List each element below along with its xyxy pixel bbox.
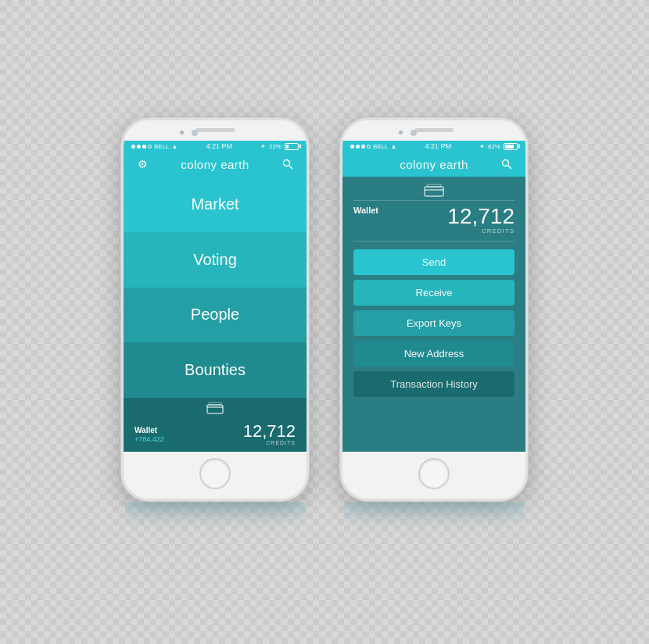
phone2-history-label: Transaction History bbox=[390, 378, 478, 390]
phone1-app-header: ⚙ colony earth bbox=[124, 152, 307, 177]
phone1-wrapper: BELL ▲ 4:21 PM ✦ 22% ⚙ colony earth bbox=[121, 118, 309, 526]
p2-signal-dot4 bbox=[367, 145, 371, 148]
phone2-new-address-label: New Address bbox=[404, 348, 464, 360]
phone2-status-left: BELL ▲ bbox=[350, 143, 397, 150]
phone1-carrier: BELL bbox=[154, 143, 170, 150]
phone2-time: 4:21 PM bbox=[425, 142, 451, 150]
phone1-camera bbox=[192, 130, 198, 136]
p2-signal-dot1 bbox=[350, 145, 354, 148]
phone2-bottom-bezel bbox=[342, 452, 525, 499]
phone2-wallet-info-row: Wallet 12,712 CREDITS bbox=[342, 201, 525, 241]
phone1-wallet-label: Wallet bbox=[134, 426, 164, 435]
phone1-search-icon[interactable] bbox=[280, 156, 296, 172]
p2-signal-dot2 bbox=[356, 145, 360, 148]
phone2-wifi-icon: ▲ bbox=[391, 143, 397, 150]
phone2-export-button[interactable]: Export Keys bbox=[353, 310, 515, 336]
phone1-signal bbox=[131, 145, 152, 148]
phone2-top-bezel bbox=[342, 120, 525, 141]
phone1-battery-fill bbox=[286, 145, 289, 148]
phone1-app-content: BELL ▲ 4:21 PM ✦ 22% ⚙ colony earth bbox=[124, 141, 307, 452]
phone1-speaker bbox=[195, 128, 235, 132]
phone1-bottom-bezel bbox=[124, 452, 307, 499]
phone1-status-right: ✦ 22% bbox=[260, 143, 299, 150]
phone2-battery bbox=[504, 143, 518, 150]
phone1-wallet-icon-center bbox=[124, 398, 307, 417]
phone2-search-icon[interactable] bbox=[499, 156, 515, 172]
phone1-battery-pct: 22% bbox=[269, 143, 281, 150]
phone2-wallet-amount: 12,712 bbox=[447, 206, 515, 227]
phone1-wallet-icon bbox=[206, 402, 224, 414]
phone1-wallet-amount: 12,712 bbox=[243, 423, 296, 440]
phone1-time: 4:21 PM bbox=[206, 142, 232, 150]
phone1-menu-voting[interactable]: Voting bbox=[124, 232, 307, 288]
phone1-people-label: People bbox=[191, 306, 239, 324]
phone2-signal bbox=[350, 145, 371, 148]
phone2-send-label: Send bbox=[422, 256, 446, 268]
phone2-bt-icon: ✦ bbox=[479, 143, 485, 150]
svg-line-5 bbox=[508, 166, 511, 169]
phone1-reflection bbox=[125, 503, 305, 526]
phone1-wallet-amount-area: 12,712 CREDITS bbox=[243, 423, 296, 445]
phone2-export-label: Export Keys bbox=[407, 317, 461, 329]
phone1-wallet-change: +784.422 bbox=[134, 435, 164, 443]
svg-rect-7 bbox=[427, 184, 441, 187]
phone2-receive-button[interactable]: Receive bbox=[353, 280, 515, 306]
phone1-menu-market[interactable]: Market bbox=[124, 177, 307, 232]
phone1-bounties-label: Bounties bbox=[185, 361, 246, 379]
phone2-app-content: BELL ▲ 4:21 PM ✦ 82% colony earth bbox=[342, 141, 525, 452]
phone1-home-button[interactable] bbox=[199, 458, 231, 489]
svg-rect-3 bbox=[209, 402, 221, 405]
phone2-title: colony earth bbox=[400, 158, 468, 171]
phone1-wallet-credits: CREDITS bbox=[243, 440, 296, 445]
signal-dot4 bbox=[148, 145, 152, 148]
svg-line-1 bbox=[289, 166, 292, 169]
phone2-status-right: ✦ 82% bbox=[479, 143, 518, 150]
phone1-status-left: BELL ▲ bbox=[131, 143, 178, 150]
phone2-wallet-amount-area: 12,712 CREDITS bbox=[447, 206, 515, 234]
phone1-gear-icon[interactable]: ⚙ bbox=[134, 156, 150, 172]
phone2-history-button[interactable]: Transaction History bbox=[353, 371, 515, 397]
p2-signal-dot3 bbox=[361, 145, 365, 148]
svg-point-0 bbox=[284, 160, 290, 166]
phone2-reflection bbox=[344, 503, 524, 526]
signal-dot2 bbox=[137, 145, 141, 148]
phone2-status-bar: BELL ▲ 4:21 PM ✦ 82% bbox=[342, 141, 525, 152]
phone1-bt-icon: ✦ bbox=[260, 143, 266, 150]
phone2-wallet-label-area: Wallet bbox=[353, 206, 378, 215]
phone2-receive-label: Receive bbox=[416, 287, 453, 299]
phone2-wallet-label: Wallet bbox=[353, 206, 378, 215]
phone1-title: colony earth bbox=[181, 158, 249, 171]
phone2-battery-pct: 82% bbox=[488, 143, 500, 150]
phone2-app-header: colony earth bbox=[342, 152, 525, 177]
phone2-action-buttons: Send Receive Export Keys New Address Tra… bbox=[342, 242, 525, 405]
phone2-home-button[interactable] bbox=[418, 458, 450, 489]
phone1: BELL ▲ 4:21 PM ✦ 22% ⚙ colony earth bbox=[121, 118, 309, 501]
phone2-wallet-icon bbox=[424, 183, 444, 197]
phone1-battery bbox=[285, 143, 299, 150]
signal-dot1 bbox=[131, 145, 135, 148]
phone2-speaker bbox=[414, 128, 454, 132]
phone1-sensor bbox=[180, 131, 184, 134]
phone2-carrier: BELL bbox=[373, 143, 389, 150]
phone1-status-bar: BELL ▲ 4:21 PM ✦ 22% bbox=[124, 141, 307, 152]
phone2-battery-fill bbox=[505, 145, 514, 148]
svg-rect-6 bbox=[425, 187, 443, 196]
phone2-wallet-screen: Wallet 12,712 CREDITS Send Receive bbox=[342, 177, 525, 452]
phone2-wrapper: BELL ▲ 4:21 PM ✦ 82% colony earth bbox=[340, 118, 528, 526]
phone1-wallet-info: Wallet +784.422 bbox=[134, 426, 164, 443]
phone2-camera bbox=[411, 130, 417, 136]
phone1-market-label: Market bbox=[191, 195, 238, 213]
phone2: BELL ▲ 4:21 PM ✦ 82% colony earth bbox=[340, 118, 528, 501]
phone2-sensor bbox=[399, 131, 403, 134]
phone2-new-address-button[interactable]: New Address bbox=[353, 341, 515, 367]
svg-rect-2 bbox=[207, 405, 223, 413]
phone2-wallet-credits: CREDITS bbox=[447, 227, 515, 234]
phone1-voting-label: Voting bbox=[193, 251, 237, 269]
phone1-menu-people[interactable]: People bbox=[124, 288, 307, 343]
svg-point-4 bbox=[503, 160, 509, 166]
phone1-wifi-icon: ▲ bbox=[172, 143, 178, 150]
phone2-send-button[interactable]: Send bbox=[353, 249, 515, 275]
phone1-top-bezel bbox=[124, 120, 307, 141]
signal-dot3 bbox=[142, 145, 146, 148]
phone1-menu-bounties[interactable]: Bounties bbox=[124, 342, 307, 398]
